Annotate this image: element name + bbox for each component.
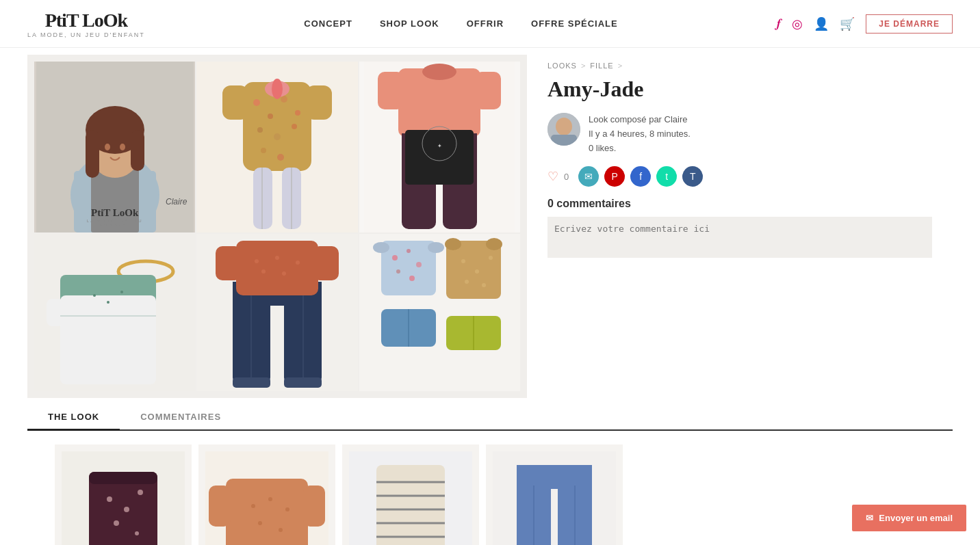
breadcrumb-looks[interactable]: LOOKS — [547, 62, 577, 70]
gallery-logo-overlay: PtiT LoOk LA MODE, UN JEU D'ENFANT — [75, 207, 155, 227]
gallery-cell-tshirt[interactable] — [34, 234, 195, 391]
svg-point-73 — [392, 255, 398, 261]
tab-the-look[interactable]: THE LOOK — [27, 405, 120, 431]
svg-point-8 — [105, 144, 110, 150]
share-tumblr-button[interactable]: T — [682, 166, 703, 187]
svg-rect-123 — [517, 465, 592, 489]
gallery-cell-kids[interactable] — [359, 234, 520, 391]
svg-point-99 — [138, 490, 143, 495]
look-title: Amy-Jade — [547, 77, 932, 102]
account-icon[interactable]: 👤 — [814, 16, 829, 31]
svg-point-13 — [268, 114, 273, 119]
svg-point-9 — [120, 144, 125, 150]
svg-rect-49 — [47, 299, 64, 326]
svg-rect-32 — [475, 72, 501, 109]
nav-offre-speciale[interactable]: OFFRE SPÉCIALE — [531, 18, 618, 29]
tabs-row: THE LOOK COMMENTAIRES — [27, 405, 953, 431]
svg-rect-21 — [222, 85, 248, 120]
like-heart-icon[interactable]: ♡ — [547, 169, 558, 184]
nav-concept[interactable]: CONCEPT — [304, 18, 352, 29]
floral-dress-illustration — [202, 62, 352, 232]
social-share-row: ♡ 0 ✉ P f t T — [547, 166, 932, 187]
tshirt-hoop-illustration — [40, 234, 190, 391]
jeans-sweater-illustration — [202, 234, 352, 391]
svg-rect-7 — [131, 130, 144, 171]
svg-text:✦: ✦ — [437, 143, 442, 149]
product-3-image — [349, 451, 472, 545]
product-thumb-3[interactable] — [342, 444, 479, 545]
svg-point-75 — [416, 262, 422, 267]
logo[interactable]: PtiT LoOk LA MODE, UN JEU D'ENFANT — [27, 10, 145, 38]
product-4-image — [493, 451, 616, 545]
svg-point-66 — [296, 261, 300, 265]
svg-point-12 — [253, 99, 260, 106]
facebook-icon[interactable]: 𝒇 — [777, 16, 781, 31]
product-thumb-1[interactable] — [55, 444, 192, 545]
svg-point-108 — [268, 497, 272, 501]
share-facebook-button[interactable]: f — [630, 166, 651, 187]
svg-point-16 — [257, 127, 263, 133]
logo-text: PtiT LoOk — [45, 10, 127, 31]
svg-point-51 — [93, 294, 96, 297]
gallery-cell-pants-top[interactable]: ✦ — [359, 62, 520, 232]
share-email-button[interactable]: ✉ — [578, 166, 599, 187]
time-ago-text: Il y a 4 heures, 8 minutes. — [589, 127, 691, 142]
svg-point-85 — [461, 259, 465, 263]
svg-point-101 — [135, 531, 139, 535]
gallery-cell-person[interactable]: Claire PtiT LoOk LA MODE, UN JEU D'ENFAN… — [34, 62, 195, 232]
svg-rect-94 — [551, 135, 577, 146]
product-thumb-4[interactable] — [486, 444, 623, 545]
svg-point-74 — [407, 249, 411, 253]
svg-point-100 — [114, 520, 119, 526]
svg-point-107 — [251, 504, 255, 508]
svg-point-111 — [279, 528, 283, 532]
share-pinterest-button[interactable]: P — [604, 166, 625, 187]
svg-rect-31 — [378, 72, 404, 109]
svg-point-78 — [373, 242, 389, 253]
header-actions: 𝒇 ◎ 👤 🛒 JE DÉMARRE — [777, 14, 953, 34]
product-thumb-2[interactable] — [198, 444, 335, 545]
nav-offrir[interactable]: OFFRIR — [467, 18, 504, 29]
svg-point-87 — [489, 256, 493, 260]
svg-rect-70 — [284, 377, 322, 388]
gallery-cell-jeans[interactable] — [196, 234, 357, 391]
svg-point-65 — [275, 256, 279, 260]
cart-icon[interactable]: 🛒 — [840, 16, 855, 31]
instagram-icon[interactable]: ◎ — [792, 16, 803, 31]
nav-shop-look[interactable]: SHOP LOOK — [380, 18, 439, 29]
svg-point-86 — [475, 269, 479, 274]
svg-rect-106 — [303, 486, 325, 527]
svg-rect-25 — [253, 168, 272, 229]
svg-point-93 — [556, 118, 572, 135]
svg-point-33 — [422, 64, 456, 80]
share-twitter-button[interactable]: t — [656, 166, 677, 187]
svg-rect-104 — [226, 479, 308, 545]
svg-point-14 — [281, 96, 287, 103]
comments-count: 0 commentaires — [547, 198, 932, 210]
tab-commentaires[interactable]: COMMENTAIRES — [120, 405, 242, 431]
gallery-cell-floral[interactable] — [196, 62, 357, 232]
svg-point-79 — [428, 242, 444, 253]
breadcrumb-sep2: > — [618, 62, 623, 70]
svg-rect-48 — [60, 295, 156, 384]
products-row — [27, 444, 953, 545]
start-button[interactable]: JE DÉMARRE — [866, 14, 953, 34]
breadcrumb-fille[interactable]: FILLE — [590, 62, 613, 70]
pants-top-illustration: ✦ — [364, 62, 515, 232]
svg-rect-105 — [209, 486, 231, 527]
breadcrumb-sep1: > — [581, 62, 586, 70]
author-avatar — [547, 113, 580, 146]
tabs-section: THE LOOK COMMENTAIRES — [0, 405, 980, 545]
email-button[interactable]: ✉ Envoyer un email — [852, 505, 966, 531]
email-icon: ✉ — [866, 513, 873, 523]
kids-clothes-illustration — [364, 234, 515, 391]
svg-point-110 — [258, 521, 262, 525]
svg-point-67 — [261, 269, 266, 274]
svg-rect-63 — [313, 246, 339, 280]
look-author-block: Look composé par Claire Il y a 4 heures,… — [547, 113, 932, 155]
email-button-label: Envoyer un email — [879, 513, 953, 523]
svg-rect-42 — [405, 130, 474, 185]
comment-input[interactable] — [547, 217, 932, 258]
breadcrumb: LOOKS > FILLE > — [547, 62, 932, 70]
site-header: PtiT LoOk LA MODE, UN JEU D'ENFANT CONCE… — [0, 0, 980, 48]
